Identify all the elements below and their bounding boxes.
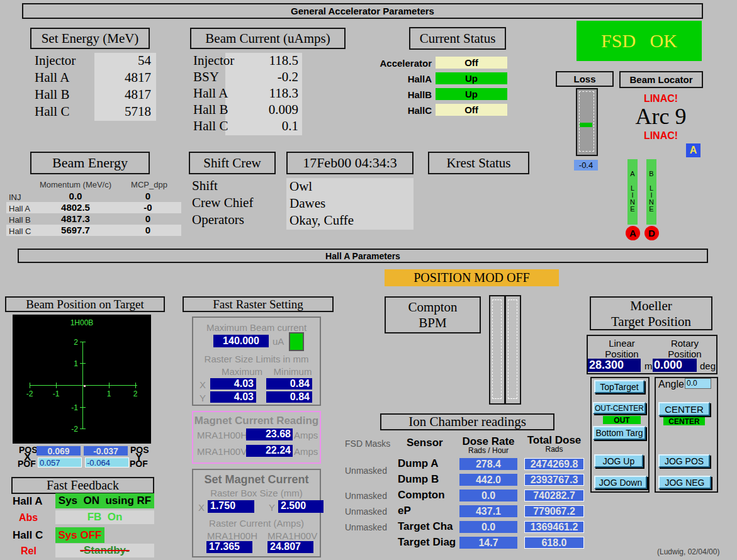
datetime-display: 17Feb00 04:34:3 xyxy=(286,152,414,174)
ffb-rel-label: Rel xyxy=(21,546,37,557)
total-dose-unit: Rads xyxy=(524,445,584,454)
beam-energy-row-label: Hall B xyxy=(9,215,31,225)
raster-limits-label: Raster Size Limits in mm xyxy=(193,354,320,364)
loss-slider-handle[interactable] xyxy=(580,123,592,127)
a-line-bar: A L I N E xyxy=(627,159,638,225)
mra1h00h-unit: Amps xyxy=(294,430,318,440)
out-center-button[interactable]: OUT-CENTER xyxy=(593,402,646,414)
plot-y-tick-label: -2 xyxy=(66,425,78,434)
beam-current-row: Hall A xyxy=(193,86,228,101)
max-beam-entry[interactable]: 140.000 xyxy=(213,335,269,347)
linac-a-badge: A xyxy=(686,143,700,157)
position-mod-text: POSITION MOD OFF xyxy=(414,271,529,285)
beam-energy-momentum: 5697.7 xyxy=(38,225,113,235)
fast-raster-panel: Maximum Beam current 140.000 uA Raster S… xyxy=(192,316,321,406)
beam-energy-mcp: -0 xyxy=(126,202,170,213)
mra1h00v-unit: Amps xyxy=(294,446,318,457)
plot-y-axis xyxy=(82,342,83,429)
b-line-bar: B L I N E xyxy=(646,159,656,225)
moeller-title: Moeller Target Position xyxy=(590,296,712,330)
current-status-title: Current Status xyxy=(409,27,506,50)
ion-rate: 442.0 xyxy=(459,474,517,486)
set-h-label: MRA1H00H xyxy=(207,530,257,541)
jog-up-button[interactable]: JOG Up xyxy=(594,454,643,468)
raster-x-min: 0.84 xyxy=(266,378,312,389)
ion-mask: Unmasked xyxy=(345,522,387,532)
beam-current-value: 118.5 xyxy=(225,53,298,69)
moeller-title-line1: Moeller xyxy=(591,298,711,314)
box-y-entry[interactable]: 2.500 xyxy=(278,500,323,513)
ffb-hall-a-label: Hall A xyxy=(13,495,43,508)
crew-chief-label: Crew Chief xyxy=(192,195,253,211)
compton-slider-left-track xyxy=(492,300,502,399)
credit-text: (Ludwig, 02/04/00) xyxy=(657,547,719,556)
ion-sensor: Dump B xyxy=(398,473,439,486)
box-x-entry[interactable]: 1.750 xyxy=(208,500,254,513)
beam-current-row: Hall C xyxy=(193,118,228,134)
raster-y-max: 4.03 xyxy=(210,391,256,403)
plot-x-tick xyxy=(56,383,57,388)
krest-status-label: Krest Status xyxy=(446,155,510,171)
ffb-standby-status: -Standby- xyxy=(55,544,154,557)
top-title-text: General Accelerator Parameters xyxy=(291,6,434,16)
set-energy-value: 4817 xyxy=(94,87,151,103)
center-button[interactable]: CENTER xyxy=(658,402,710,416)
compton-slider-left[interactable] xyxy=(489,295,505,405)
beam-current-value: -0.2 xyxy=(225,69,298,85)
krest-status-button[interactable]: Krest Status xyxy=(428,152,529,174)
ion-total: 618.0 xyxy=(524,537,584,549)
status-row-label: HallB xyxy=(352,89,432,100)
compton-slider-right-track xyxy=(508,300,517,399)
raster-ok-indicator xyxy=(289,332,304,351)
beam-energy-row-label: INJ xyxy=(9,193,21,202)
plot-x-tick xyxy=(135,383,136,388)
set-energy-row: Hall C xyxy=(35,104,69,120)
beam-position-title-text: Beam Position on Target xyxy=(26,298,143,311)
beam-energy-title: Beam Energy xyxy=(30,152,150,174)
pof-x-entry[interactable]: 0.057 xyxy=(38,457,82,468)
fsd-status-text: FSD OK xyxy=(601,30,677,52)
compton-bpm-button[interactable]: Compton BPM xyxy=(385,296,481,333)
jog-neg-button[interactable]: JOG NEG xyxy=(658,476,711,489)
out-status-indicator: OUT xyxy=(603,416,641,424)
pof-y-entry[interactable]: -0.064 xyxy=(85,457,129,468)
mra1h00h-label: MRA1H00H xyxy=(197,430,247,440)
hall-a-parameters-bar: Hall A Parameters xyxy=(18,249,708,263)
set-energy-value: 5718 xyxy=(94,104,151,120)
raster-y-min: 0.84 xyxy=(266,391,312,403)
ion-sensor: eP xyxy=(398,505,411,517)
beam-locator-button[interactable]: Beam Locator xyxy=(619,71,703,88)
top-target-button[interactable]: TopTarget xyxy=(594,380,644,393)
set-v-label: MRA1H00V xyxy=(267,530,317,541)
raster-current-label: Raster Current (Amps) xyxy=(193,518,320,529)
max-beam-label: Maximum Beam current xyxy=(193,322,320,333)
beam-energy-momentum: 4817.3 xyxy=(38,213,113,224)
angle-entry[interactable]: 0.0 xyxy=(685,378,711,389)
set-energy-row: Hall B xyxy=(35,87,69,103)
ion-total: 740282.7 xyxy=(524,490,584,501)
ion-sensor: Target Cha xyxy=(398,520,453,533)
bottom-target-button[interactable]: Bottom Targ xyxy=(593,426,646,440)
set-v-readback: 24.807 xyxy=(267,541,313,553)
box-x-label: X xyxy=(198,502,205,513)
compton-slider-right[interactable] xyxy=(505,295,521,405)
center-status-indicator: CENTER xyxy=(663,417,705,425)
status-halla-field: Up xyxy=(436,72,507,84)
pof-label-left: POF xyxy=(18,459,36,469)
beam-position-plot: 1H00B -2 -1 1 2 2 1 -1 -2 xyxy=(13,315,151,444)
mra1h00h-readback: 23.68 xyxy=(246,428,293,440)
linear-position-readback: 28.300 xyxy=(588,359,641,372)
linac-warning-top: LINAC! xyxy=(636,94,686,104)
jog-down-button[interactable]: JOG Down xyxy=(594,476,647,489)
loss-button[interactable]: Loss xyxy=(556,71,614,87)
jog-pos-button[interactable]: JOG POS xyxy=(658,454,710,468)
beam-current-value: 0.009 xyxy=(225,102,298,118)
fsd-status-indicator: FSD OK xyxy=(577,21,702,61)
set-energy-title-text: Set Energy (MeV) xyxy=(42,31,139,47)
loss-slider[interactable] xyxy=(576,88,598,156)
rotary-position-label: Rotary Position xyxy=(662,338,707,360)
plot-x-tick-label: -1 xyxy=(50,389,62,398)
set-energy-title: Set Energy (MeV) xyxy=(30,28,150,49)
beam-energy-title-text: Beam Energy xyxy=(52,155,128,171)
ion-total: 2474269.8 xyxy=(524,458,584,470)
